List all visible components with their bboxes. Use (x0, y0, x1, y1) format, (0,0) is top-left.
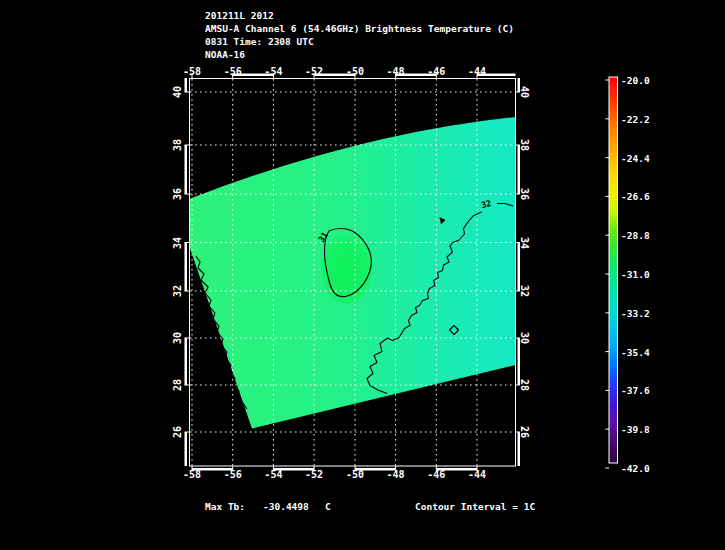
colorbar-tick-label: -37.6 (621, 385, 650, 396)
colorbar-tick-label: -28.8 (621, 230, 650, 241)
colorbar-tick-label: -42.0 (621, 463, 650, 474)
lat-tick-label-left: 40 (172, 86, 183, 98)
lon-tick-label-top: -54 (264, 66, 282, 77)
lat-tick-label-left: 34 (172, 236, 183, 248)
colorbar-tick-label: -39.8 (621, 424, 650, 435)
lon-tick-label-bottom: -50 (346, 469, 364, 480)
lon-tick-label-top: -50 (346, 66, 364, 77)
lat-tick-label-left: 30 (172, 332, 183, 344)
plot-canvas (0, 0, 725, 550)
max-tb-label: Max Tb: (205, 501, 245, 512)
lon-tick-label-top: -52 (305, 66, 323, 77)
lat-tick-label-left: 38 (172, 139, 183, 151)
lat-tick-label-left: 36 (172, 188, 183, 200)
max-tb-value: -30.4498 (263, 501, 309, 512)
lat-tick-label-right: 40 (519, 86, 530, 98)
colorbar-gradient (609, 77, 618, 463)
colorbar-tick-label: -22.2 (621, 113, 650, 124)
lat-tick-label-right: 34 (519, 236, 530, 248)
colorbar (606, 77, 618, 468)
lat-tick-label-right: 38 (519, 139, 530, 151)
lat-tick-label-left: 28 (172, 379, 183, 391)
colorbar-tick-label: -20.0 (621, 75, 650, 86)
colorbar-tick-label: -35.4 (621, 346, 650, 357)
figure: 201211L 2012 AMSU-A Channel 6 (54.46GHz)… (0, 0, 725, 550)
lat-tick-label-right: 28 (519, 379, 530, 391)
lon-tick-label-bottom: -48 (387, 469, 405, 480)
data-swath (189, 117, 516, 429)
header-time-line: 0831 Time: 2308 UTC (205, 35, 314, 48)
max-tb-unit: C (325, 501, 331, 512)
lon-tick-label-bottom: -46 (427, 469, 445, 480)
colorbar-tick-label: -26.6 (621, 191, 650, 202)
lon-tick-label-top: -56 (224, 66, 242, 77)
lon-tick-label-bottom: -44 (468, 469, 486, 480)
lat-tick-label-right: 36 (519, 188, 530, 200)
colorbar-tick-label: -33.2 (621, 307, 650, 318)
lat-tick-label-right: 26 (519, 426, 530, 438)
lon-tick-label-top: -44 (468, 66, 486, 77)
lon-tick-label-top: -46 (427, 66, 445, 77)
lon-tick-label-bottom: -54 (264, 469, 282, 480)
lat-tick-label-right: 32 (519, 285, 530, 297)
lon-tick-label-bottom: -56 (224, 469, 242, 480)
satellite-label: NOAA-16 (205, 48, 245, 61)
plot-title: AMSU-A Channel 6 (54.46GHz) Brightness T… (205, 22, 514, 35)
lon-tick-label-top: -48 (387, 66, 405, 77)
lat-tick-label-left: 26 (172, 426, 183, 438)
colorbar-ticks (606, 80, 610, 468)
colorbar-tick-label: -31.0 (621, 269, 650, 280)
lon-tick-label-bottom: -52 (305, 469, 323, 480)
lat-tick-label-right: 30 (519, 332, 530, 344)
lon-tick-label-top: -58 (183, 66, 201, 77)
header-date-line: 201211L 2012 (205, 9, 274, 22)
contour-interval-label: Contour Interval = 1C (415, 501, 535, 512)
colorbar-tick-label: -24.4 (621, 152, 650, 163)
lon-tick-label-bottom: -58 (183, 469, 201, 480)
lat-tick-label-left: 32 (172, 285, 183, 297)
